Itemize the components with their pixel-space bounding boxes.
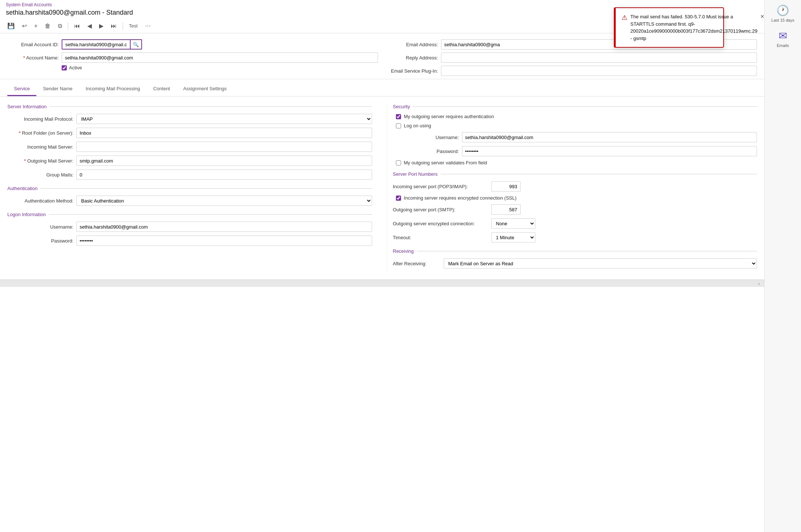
emails-label: Emails [777,43,789,48]
after-receiving-select[interactable]: Mark Email on Server as Read Delete Emai… [444,258,757,269]
logon-username-label: Username: [7,224,73,230]
security-section: Security My outgoing server requires aut… [393,104,757,165]
ssl-field: Incoming server requires encrypted conne… [396,195,757,201]
root-folder-input[interactable] [76,128,372,138]
more-button[interactable]: ⋯ [142,21,154,31]
add-button[interactable]: + [31,21,40,31]
incoming-protocol-label: Incoming Mail Protocol: [7,116,73,122]
outgoing-server-label: Outgoing Mail Server: [7,158,73,164]
last-record-icon: ⏭ [111,23,117,29]
ssl-checkbox[interactable] [396,196,401,201]
delete-icon: 🗑 [45,23,51,29]
root-folder-label: Root Folder (on Server): [7,130,73,136]
group-mails-label: Group Mails: [7,172,73,178]
breadcrumb[interactable]: System Email Accounts [0,0,764,8]
delete-button[interactable]: 🗑 [42,21,54,31]
auth-method-select[interactable]: Basic Authentication OAuth 2.0 [76,196,372,206]
active-label: Active [69,65,82,70]
undo-button[interactable]: ↩ [19,21,30,31]
scroll-right-icon[interactable]: › [758,281,760,287]
tab-sender-name[interactable]: Sender Name [36,82,79,96]
receiving-title: Receiving [393,248,757,254]
email-account-id-row: Email Account ID: 🔍 [7,39,378,50]
email-service-plugin-row: Email Service Plug-In: [387,66,757,76]
next-record-button[interactable]: ▶ [96,21,106,31]
outgoing-server-input[interactable] [76,156,372,166]
email-account-id-search-button[interactable]: 🔍 [131,39,142,50]
last-15-days-widget[interactable]: 🕐 Last 15 days [771,4,794,22]
more-icon: ⋯ [145,22,151,29]
incoming-server-input[interactable] [76,142,372,152]
emails-widget[interactable]: ✉ Emails [777,30,789,48]
prev-record-button[interactable]: ◀ [84,21,95,31]
validate-from-label: My outgoing server validates From field [404,160,487,165]
outgoing-port-input[interactable] [491,204,521,215]
outgoing-enc-select[interactable]: None SSL TLS [491,218,535,229]
tab-service[interactable]: Service [7,82,36,96]
incoming-port-input[interactable] [491,181,521,192]
clock-icon: 🕐 [776,4,789,17]
timeout-select[interactable]: 1 Minute 2 Minutes 5 Minutes [491,232,535,243]
incoming-port-label: Incoming server port (POP3/IMAP): [393,184,488,189]
incoming-protocol-field: Incoming Mail Protocol: IMAP POP3 [7,114,372,124]
left-section: Server Information Incoming Mail Protoco… [7,104,378,272]
save-button[interactable]: 💾 [4,21,18,31]
add-icon: + [34,23,37,29]
group-mails-input[interactable] [76,170,372,180]
save-icon: 💾 [7,22,15,29]
account-name-row: Account Name: [7,52,378,63]
auth-method-field: Authentication Method: Basic Authenticat… [7,196,372,206]
auth-required-label: My outgoing server requires authenticati… [404,114,494,119]
reply-address-row: Reply Address: [387,52,757,63]
after-receiving-label: After Receiving: [393,261,441,266]
account-name-input[interactable] [62,52,378,63]
incoming-protocol-select[interactable]: IMAP POP3 [76,114,372,124]
reply-address-label: Reply Address: [387,55,438,61]
validate-from-checkbox[interactable] [396,160,401,165]
security-password-field: Password: [393,146,757,156]
log-on-using-field: Log on using [396,123,757,128]
active-checkbox[interactable] [62,65,67,70]
right-section: Security My outgoing server requires aut… [387,104,757,272]
email-service-plugin-input[interactable] [441,66,757,76]
auth-title: Authentication [7,186,372,191]
outgoing-enc-label: Outgoing server encrypted connection: [393,221,488,226]
tab-incoming-mail[interactable]: Incoming Mail Processing [79,82,147,96]
email-icon: ✉ [779,30,787,42]
email-service-plugin-label: Email Service Plug-In: [387,68,438,74]
copy-button[interactable]: ⧉ [55,21,65,31]
security-title: Security [393,104,757,109]
error-close-button[interactable]: × [760,13,764,20]
auth-required-checkbox[interactable] [396,114,401,119]
test-button[interactable]: Test [126,22,141,30]
email-account-id-input[interactable] [62,39,131,50]
last-record-button[interactable]: ⏭ [108,21,120,31]
tab-assignment[interactable]: Assignment Settings [176,82,233,96]
incoming-port-field: Incoming server port (POP3/IMAP): [393,181,757,192]
security-username-input[interactable] [462,132,757,142]
logon-username-input[interactable] [76,222,372,232]
server-port-section: Server Port Numbers Incoming server port… [393,171,757,243]
security-password-input[interactable] [462,146,757,156]
outgoing-port-label: Outgoing server port (SMTP): [393,207,488,212]
log-on-using-checkbox[interactable] [396,123,401,128]
first-record-icon: ⏮ [74,23,80,29]
log-on-using-label: Log on using [404,123,431,128]
reply-address-input[interactable] [441,52,757,63]
email-account-id-field: 🔍 [62,39,142,50]
logon-password-label: Password: [7,238,73,244]
prev-record-icon: ◀ [87,22,92,29]
logon-password-input[interactable] [76,236,372,246]
timeout-field: Timeout: 1 Minute 2 Minutes 5 Minutes [393,232,757,243]
tab-content[interactable]: Content [147,82,177,96]
service-tab-content: Server Information Incoming Mail Protoco… [0,96,764,280]
error-popup-header: ⚠ The mail send has failed. 530-5.7.0 Mu… [622,13,717,42]
security-username-label: Username: [393,135,459,140]
logon-info-title: Logon Information [7,212,372,217]
error-message: The mail send has failed. 530-5.7.0 Must… [630,13,757,42]
first-record-button[interactable]: ⏮ [71,21,83,31]
error-warning-icon: ⚠ [622,14,627,22]
last-15-days-label: Last 15 days [771,18,794,22]
logon-password-field: Password: [7,236,372,246]
server-information-section: Server Information Incoming Mail Protoco… [7,104,372,180]
